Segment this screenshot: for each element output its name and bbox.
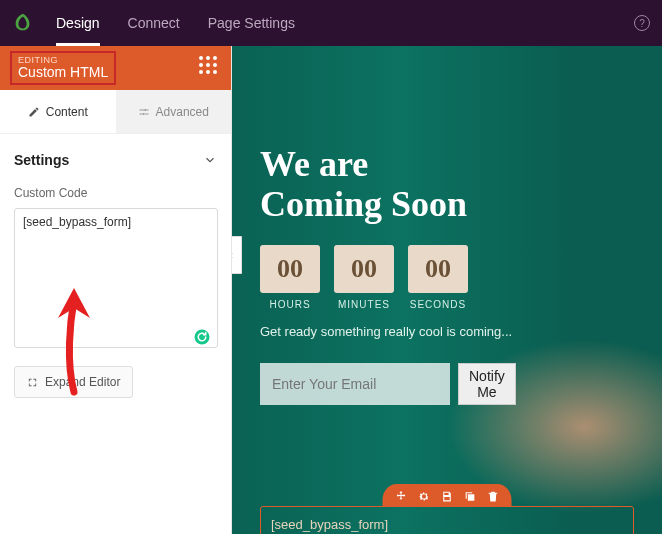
- svg-point-2: [195, 330, 210, 345]
- save-template-icon[interactable]: [441, 490, 454, 503]
- tab-content[interactable]: Content: [0, 90, 116, 133]
- tab-advanced[interactable]: Advanced: [116, 90, 232, 133]
- editing-header: EDITING Custom HTML: [0, 46, 231, 90]
- block-toolbar: [383, 484, 512, 507]
- counter-minutes: 00 MINUTES: [334, 245, 394, 310]
- delete-icon[interactable]: [487, 490, 500, 503]
- top-nav: Design Connect Page Settings: [56, 0, 295, 46]
- notify-me-button[interactable]: NotifyMe: [458, 363, 516, 405]
- hero-title: We are Coming Soon: [260, 144, 638, 225]
- expand-editor-label: Expand Editor: [45, 375, 120, 389]
- expand-editor-button[interactable]: Expand Editor: [14, 366, 133, 398]
- expand-icon: [27, 377, 38, 388]
- preview-canvas: ‹ We are Coming Soon 00 HOURS 00 MINUTES…: [232, 46, 662, 534]
- duplicate-icon[interactable]: [464, 490, 477, 503]
- subtabs: Content Advanced: [0, 90, 231, 134]
- counter-minutes-value: 00: [334, 245, 394, 293]
- help-icon[interactable]: ?: [634, 15, 650, 31]
- sliders-icon: [138, 106, 150, 118]
- custom-code-label: Custom Code: [14, 186, 217, 200]
- svg-point-1: [142, 113, 144, 115]
- svg-point-0: [144, 109, 146, 111]
- countdown: 00 HOURS 00 MINUTES 00 SECONDS: [260, 245, 638, 310]
- counter-seconds-value: 00: [408, 245, 468, 293]
- selected-html-block[interactable]: [seed_bypass_form]: [260, 506, 634, 534]
- selected-block-text: [seed_bypass_form]: [271, 517, 388, 532]
- tab-advanced-label: Advanced: [156, 105, 209, 119]
- counter-hours-label: HOURS: [260, 299, 320, 310]
- counter-minutes-label: MINUTES: [334, 299, 394, 310]
- signup-form: NotifyMe: [260, 363, 638, 405]
- settings-heading: Settings: [14, 152, 69, 168]
- nav-design[interactable]: Design: [56, 0, 100, 46]
- chevron-down-icon: [203, 153, 217, 167]
- counter-hours: 00 HOURS: [260, 245, 320, 310]
- move-icon[interactable]: [395, 490, 408, 503]
- top-bar: Design Connect Page Settings ?: [0, 0, 662, 46]
- pencil-icon: [28, 106, 40, 118]
- settings-accordion-header[interactable]: Settings: [14, 152, 217, 168]
- email-input[interactable]: [260, 363, 450, 405]
- app-logo-icon: [12, 12, 34, 34]
- custom-code-textarea[interactable]: [14, 208, 218, 348]
- counter-hours-value: 00: [260, 245, 320, 293]
- grid-menu-icon[interactable]: [199, 56, 221, 78]
- grammarly-icon: [193, 328, 211, 346]
- counter-seconds: 00 SECONDS: [408, 245, 468, 310]
- nav-page-settings[interactable]: Page Settings: [208, 0, 295, 46]
- sidebar: EDITING Custom HTML Content Advanced Set…: [0, 46, 232, 534]
- editing-title: Custom HTML: [18, 65, 108, 80]
- tab-content-label: Content: [46, 105, 88, 119]
- nav-connect[interactable]: Connect: [128, 0, 180, 46]
- counter-seconds-label: SECONDS: [408, 299, 468, 310]
- settings-gear-icon[interactable]: [418, 490, 431, 503]
- tagline-text: Get ready something really cool is comin…: [260, 324, 638, 339]
